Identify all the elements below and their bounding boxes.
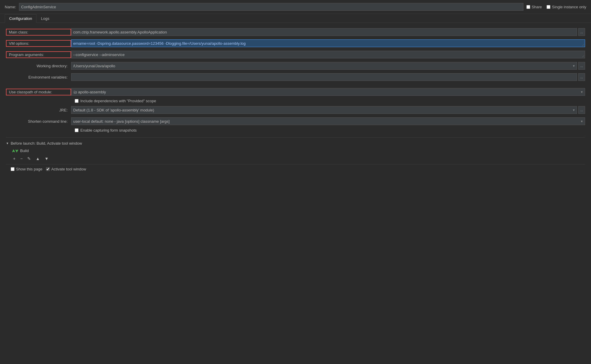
main-class-input[interactable]: [71, 28, 577, 36]
working-dir-row: Working directory: ▼ ...: [6, 61, 585, 70]
vm-options-label: VM options:: [6, 40, 71, 47]
program-args-row: Program arguments: ⤢: [6, 50, 585, 59]
env-vars-input[interactable]: [71, 73, 577, 81]
env-vars-row: Environment variables: ...: [6, 73, 585, 82]
main-class-field: ...: [71, 28, 585, 36]
vm-options-field: ⤢: [71, 39, 585, 47]
jre-select[interactable]: Default (1.8 - SDK of 'apollo-assembly' …: [71, 106, 577, 114]
vm-options-input[interactable]: [71, 39, 585, 47]
jre-field: Default (1.8 - SDK of 'apollo-assembly' …: [71, 106, 585, 114]
classpath-select[interactable]: 🗂 apollo-assembly: [71, 88, 585, 96]
env-vars-field: ...: [71, 73, 585, 81]
include-deps-row: Include dependencies with "Provided" sco…: [6, 99, 585, 103]
build-item: ⮝⮟ Build: [12, 148, 585, 154]
activate-window-group: Activate tool window: [46, 167, 86, 171]
classpath-row: Use classpath of module: 🗂 apollo-assemb…: [6, 87, 585, 96]
share-checkbox[interactable]: [526, 5, 530, 9]
edit-button[interactable]: ✎: [26, 156, 32, 161]
top-bar: Name: Share Single instance only: [0, 0, 591, 14]
before-launch-header[interactable]: ▼ Before launch: Build, Activate tool wi…: [6, 141, 585, 146]
working-dir-input[interactable]: [71, 62, 577, 70]
before-launch-section: ▼ Before launch: Build, Activate tool wi…: [6, 137, 585, 161]
working-dir-dots-button[interactable]: ...: [578, 62, 585, 70]
classpath-label: Use classpath of module:: [6, 89, 71, 95]
program-args-expand-icon[interactable]: ⤢: [582, 55, 584, 58]
working-dir-select-wrapper: ▼: [71, 62, 577, 70]
before-launch-list: ⮝⮟ Build: [6, 148, 585, 154]
main-class-dots-button[interactable]: ...: [578, 28, 585, 36]
working-dir-label: Working directory:: [6, 64, 71, 68]
share-group: Share: [526, 5, 542, 9]
include-deps-label: Include dependencies with "Provided" sco…: [80, 99, 156, 103]
program-args-wrapper: ⤢: [71, 51, 585, 58]
tab-configuration[interactable]: Configuration: [5, 14, 36, 23]
single-instance-group: Single instance only: [547, 5, 586, 9]
shorten-cmd-select[interactable]: user-local default: none - java [options…: [71, 117, 585, 125]
main-class-row: Main class: ...: [6, 28, 585, 36]
env-vars-label: Environment variables:: [6, 75, 71, 79]
enable-capturing-label: Enable capturing form snapshots: [80, 128, 137, 132]
jre-row: JRE: Default (1.8 - SDK of 'apollo-assem…: [6, 106, 585, 114]
section-divider-1: [6, 84, 585, 87]
show-page-label: Show this page: [16, 167, 42, 171]
tab-logs[interactable]: Logs: [36, 14, 54, 23]
name-input[interactable]: [19, 3, 523, 11]
show-page-group: Show this page: [11, 167, 42, 171]
program-args-input[interactable]: [71, 51, 585, 58]
activate-window-label: Activate tool window: [51, 167, 86, 171]
share-label: Share: [532, 5, 542, 9]
shorten-cmd-select-wrapper: user-local default: none - java [options…: [71, 117, 585, 125]
name-label: Name:: [5, 5, 16, 9]
before-launch-title: Before launch: Build, Activate tool wind…: [11, 141, 82, 146]
move-down-button[interactable]: ▼: [43, 156, 50, 161]
build-icon: ⮝⮟: [12, 149, 18, 153]
vm-options-wrapper: ⤢: [71, 39, 585, 47]
main-class-label: Main class:: [6, 29, 71, 36]
jre-dots-button[interactable]: ...: [578, 106, 585, 114]
top-right: Share Single instance only: [526, 5, 586, 9]
enable-capturing-row: Enable capturing form snapshots: [6, 128, 585, 132]
single-instance-checkbox[interactable]: [547, 5, 550, 9]
env-vars-dots-button[interactable]: ...: [578, 73, 585, 81]
build-label: Build: [20, 149, 29, 153]
show-page-checkbox[interactable]: [11, 167, 15, 171]
tabs-bar: Configuration Logs: [0, 14, 591, 23]
shorten-cmd-label: Shorten command line:: [6, 119, 71, 124]
configuration-content: Main class: ... VM options: ⤢ Program ar…: [0, 23, 591, 178]
before-launch-toolbar: + − ✎ ▲ ▼: [6, 156, 585, 161]
vm-options-row: VM options: ⤢: [6, 39, 585, 48]
program-args-field: ⤢: [71, 51, 585, 58]
move-up-button[interactable]: ▲: [34, 156, 41, 161]
working-dir-field: ▼ ...: [71, 62, 585, 70]
classpath-field: 🗂 apollo-assembly ▼: [71, 88, 585, 96]
bottom-bar: Show this page Activate tool window: [6, 164, 585, 174]
shorten-cmd-row: Shorten command line: user-local default…: [6, 117, 585, 126]
jre-label: JRE:: [6, 108, 71, 112]
single-instance-label: Single instance only: [552, 5, 586, 9]
add-button[interactable]: +: [12, 156, 17, 161]
vm-options-expand-icon[interactable]: ⤢: [582, 44, 584, 47]
remove-button[interactable]: −: [19, 156, 24, 161]
program-args-label: Program arguments:: [6, 51, 71, 58]
before-launch-triangle-icon: ▼: [6, 142, 9, 145]
shorten-cmd-field: user-local default: none - java [options…: [71, 117, 585, 125]
jre-select-wrapper: Default (1.8 - SDK of 'apollo-assembly' …: [71, 106, 577, 114]
classpath-select-wrapper: 🗂 apollo-assembly ▼: [71, 88, 585, 96]
enable-capturing-checkbox[interactable]: [75, 128, 79, 132]
activate-window-checkbox[interactable]: [46, 167, 50, 171]
include-deps-checkbox[interactable]: [75, 99, 79, 103]
